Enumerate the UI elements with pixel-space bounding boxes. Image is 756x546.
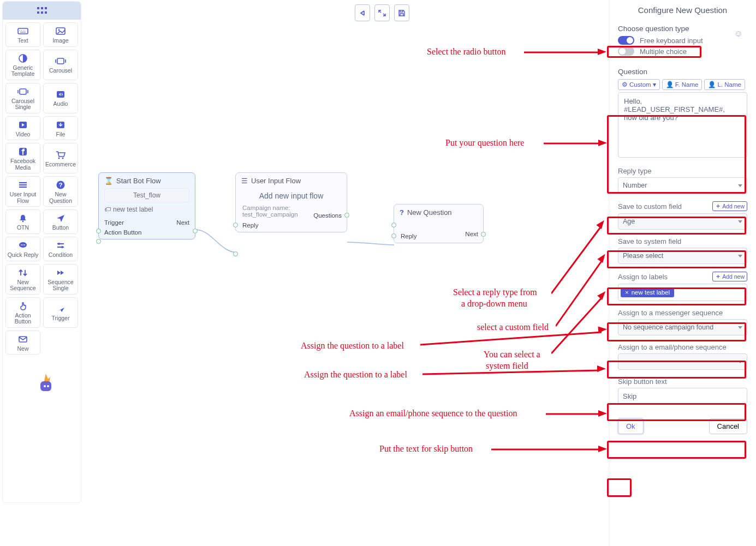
save-custom-select[interactable]: Age bbox=[618, 213, 747, 230]
toggle-multiple-label: Multiple choice bbox=[640, 47, 687, 56]
port-action-button[interactable] bbox=[96, 239, 101, 244]
add-input-flow-button[interactable]: Add new input flow bbox=[236, 188, 347, 205]
sidebar-item-text[interactable]: Text bbox=[5, 22, 40, 47]
sidebar-item-new[interactable]: New bbox=[5, 331, 40, 355]
hourglass-icon: ⌛ bbox=[104, 177, 113, 185]
sliders-icon bbox=[55, 241, 66, 250]
flow-label-display: 🏷new test label bbox=[104, 206, 189, 213]
port-next-label: Next bbox=[465, 231, 478, 237]
port-reply-label: Reply bbox=[401, 233, 416, 239]
chevron-down-icon bbox=[738, 184, 742, 187]
assign-messenger-label: Assign to a messenger sequence bbox=[618, 309, 723, 317]
token-lname[interactable]: 👤L. Name bbox=[704, 79, 745, 90]
svg-point-34 bbox=[21, 244, 22, 245]
sidebar-item-otn[interactable]: OTN bbox=[5, 209, 40, 234]
sidebar-item-facebook-media[interactable]: Facebook Media bbox=[5, 143, 40, 173]
send-icon bbox=[55, 213, 66, 223]
save-custom-label: Save to custom field bbox=[618, 202, 682, 211]
token-fname[interactable]: 👤F. Name bbox=[662, 79, 703, 90]
svg-point-13 bbox=[58, 29, 60, 31]
svg-rect-0 bbox=[37, 7, 39, 9]
sidebar-item-condition[interactable]: Condition bbox=[43, 237, 78, 261]
sidebar-item-new-question[interactable]: ?New Question bbox=[43, 176, 78, 207]
sidebar-item-trigger[interactable]: Trigger bbox=[43, 297, 78, 328]
forward-icon bbox=[55, 268, 66, 278]
svg-point-25 bbox=[58, 158, 60, 159]
annotation-text: Assign the question to a label bbox=[301, 341, 404, 351]
sidebar-item-audio[interactable]: Audio bbox=[43, 83, 78, 113]
port-questions[interactable] bbox=[344, 213, 349, 218]
annotation-text: Select a reply type from bbox=[453, 287, 537, 297]
sidebar-item-sequence-single[interactable]: Sequence Single bbox=[43, 264, 78, 295]
toggle-multiple-choice[interactable] bbox=[618, 47, 634, 56]
annotation-text: select a custom field bbox=[477, 322, 549, 332]
toggle-free-keyboard[interactable] bbox=[618, 36, 634, 45]
port-in[interactable] bbox=[233, 251, 238, 256]
reply-type-select[interactable]: Number bbox=[618, 177, 747, 194]
assign-labels-box[interactable]: ×new test label bbox=[618, 284, 747, 301]
sidebar-item-image[interactable]: Image bbox=[43, 22, 78, 47]
svg-point-35 bbox=[22, 244, 23, 245]
close-icon[interactable]: × bbox=[625, 289, 629, 296]
sidebar-item-quick-reply[interactable]: Quick Reply bbox=[5, 237, 40, 261]
save-system-select[interactable]: Please select bbox=[618, 248, 747, 264]
token-custom[interactable]: ⚙Custom▾ bbox=[618, 79, 660, 90]
question-icon: ? bbox=[55, 180, 66, 190]
sidebar-header-icon[interactable] bbox=[3, 2, 81, 20]
assign-messenger-select[interactable]: No sequence campaign found bbox=[618, 319, 747, 335]
add-new-custom-field[interactable]: ＋Add new bbox=[712, 201, 747, 211]
file-icon bbox=[55, 120, 66, 130]
sidebar-item-generic-template[interactable]: Generic Template bbox=[5, 50, 40, 80]
node-new-question[interactable]: ?New Question Next Reply bbox=[394, 204, 484, 243]
choose-question-type-label: Choose question type bbox=[618, 25, 747, 33]
skip-text-label: Skip button text bbox=[618, 377, 667, 386]
node-start-bot-flow[interactable]: ⌛Start Bot Flow Test_flow 🏷new test labe… bbox=[98, 172, 195, 239]
question-icon: ? bbox=[400, 208, 404, 217]
node-user-input-flow[interactable]: ☰User Input Flow Add new input flow Camp… bbox=[235, 172, 347, 232]
sidebar-item-ecommerce[interactable]: Ecommerce bbox=[43, 143, 78, 173]
question-textarea[interactable] bbox=[618, 92, 747, 158]
sidebar-item-action-button[interactable]: Action Button bbox=[5, 297, 40, 328]
sidebar-item-label: Audio bbox=[53, 101, 68, 107]
svg-rect-18 bbox=[20, 89, 26, 94]
option-multiple-choice[interactable]: Multiple choice bbox=[618, 47, 747, 56]
sidebar-item-file[interactable]: File bbox=[43, 116, 78, 141]
video-icon bbox=[17, 120, 28, 130]
port-next[interactable] bbox=[481, 232, 486, 237]
sidebar-item-carousel[interactable]: Carousel bbox=[43, 50, 78, 80]
label-chip[interactable]: ×new test label bbox=[621, 287, 674, 297]
svg-point-44 bbox=[47, 385, 49, 387]
port-trigger[interactable] bbox=[96, 229, 101, 233]
port-reply[interactable] bbox=[233, 223, 238, 227]
flow-name-field[interactable]: Test_flow bbox=[104, 188, 189, 202]
brand-logo bbox=[38, 374, 53, 395]
port-reply[interactable] bbox=[391, 233, 396, 238]
assign-email-select[interactable] bbox=[618, 353, 747, 370]
tag-icon: 🏷 bbox=[104, 206, 111, 213]
sidebar-item-new-sequence[interactable]: New Sequence bbox=[5, 264, 40, 295]
port-in[interactable] bbox=[391, 223, 396, 227]
sidebar-item-label: Button bbox=[52, 225, 69, 231]
sidebar-item-video[interactable]: Video bbox=[5, 116, 40, 141]
chevron-down-icon bbox=[738, 326, 742, 329]
skip-text-input[interactable] bbox=[618, 388, 747, 404]
sidebar-item-user-input-flow[interactable]: User Input Flow bbox=[5, 176, 40, 207]
ok-button[interactable]: Ok bbox=[618, 418, 644, 434]
sidebar-item-label: Condition bbox=[49, 252, 73, 259]
sidebar-item-carousel-single[interactable]: Carousel Single bbox=[5, 83, 40, 113]
option-free-keyboard[interactable]: Free keyboard input bbox=[618, 36, 747, 45]
keyboard-icon bbox=[17, 26, 28, 36]
chevron-down-icon: ▾ bbox=[653, 81, 656, 88]
port-next[interactable] bbox=[193, 229, 198, 233]
cancel-button[interactable]: Cancel bbox=[709, 418, 747, 434]
add-new-label[interactable]: ＋Add new bbox=[712, 272, 747, 281]
port-trigger-label: Trigger bbox=[104, 219, 124, 226]
plane-icon bbox=[55, 304, 66, 314]
assign-email-label: Assign to a email/phone sequence bbox=[618, 343, 727, 351]
sidebar-item-label: New Sequence bbox=[7, 279, 39, 292]
sidebar-item-button[interactable]: Button bbox=[43, 209, 78, 234]
annotation-text: a drop-down menu bbox=[461, 299, 527, 309]
toggle-free-label: Free keyboard input bbox=[640, 37, 703, 45]
emoji-picker-icon[interactable]: ☺ bbox=[734, 29, 743, 39]
chat-icon bbox=[17, 241, 28, 250]
